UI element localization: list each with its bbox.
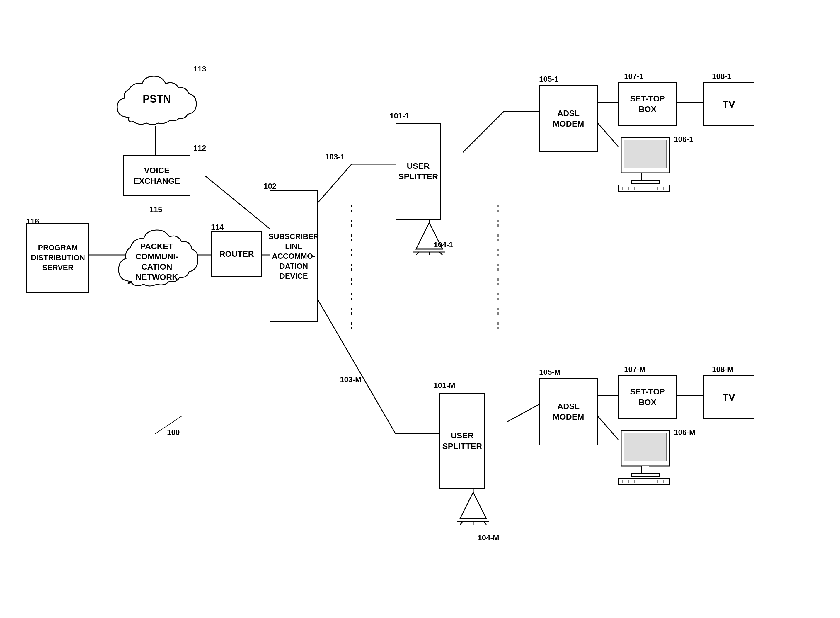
set-top-box-m-label: SET-TOP BOX bbox=[630, 386, 665, 408]
subscriber-line-box: SUBSCRIBER LINE ACCOMMO- DATION DEVICE bbox=[270, 190, 318, 322]
ref-100: 100 bbox=[167, 428, 180, 437]
svg-text:CATION: CATION bbox=[141, 262, 172, 271]
user-splitter-m-label: USER SPLITTER bbox=[442, 431, 482, 452]
set-top-box-m-box: SET-TOP BOX bbox=[618, 375, 677, 419]
svg-line-7 bbox=[310, 287, 396, 434]
ref-103-m: 103-M bbox=[340, 375, 362, 384]
ref-101-m: 101-M bbox=[433, 381, 455, 390]
ref-115: 115 bbox=[150, 205, 162, 214]
ref-101-1: 101-1 bbox=[390, 111, 409, 120]
subscriber-line-label: SUBSCRIBER LINE ACCOMMO- DATION DEVICE bbox=[269, 232, 319, 281]
user-splitter-1-label: USER SPLITTER bbox=[398, 161, 438, 182]
ref-105-m: 105-M bbox=[539, 368, 561, 377]
computer-m bbox=[615, 428, 680, 486]
ref-116: 116 bbox=[27, 217, 39, 226]
adsl-modem-m-label: ADSL MODEM bbox=[552, 401, 584, 423]
tv-m-label: TV bbox=[723, 392, 735, 403]
ref-104-m: 104-M bbox=[478, 533, 499, 542]
set-top-box-1-label: SET-TOP BOX bbox=[630, 94, 665, 115]
svg-rect-66 bbox=[631, 473, 659, 477]
router-box: ROUTER bbox=[211, 232, 262, 277]
svg-text:PACKET: PACKET bbox=[140, 242, 173, 251]
voice-exchange-label: VOICE EXCHANGE bbox=[134, 165, 180, 187]
antenna-m bbox=[454, 489, 492, 524]
adsl-modem-m-box: ADSL MODEM bbox=[539, 378, 598, 446]
svg-marker-76 bbox=[460, 492, 486, 518]
ref-102: 102 bbox=[264, 182, 276, 191]
ref-106-1: 106-1 bbox=[674, 135, 693, 144]
svg-text:COMMUNI-: COMMUNI- bbox=[135, 252, 178, 261]
ref-104-1: 104-1 bbox=[433, 240, 453, 250]
tv-1-box: TV bbox=[703, 82, 754, 126]
svg-rect-46 bbox=[624, 140, 666, 168]
svg-rect-49 bbox=[618, 185, 669, 192]
antenna-1 bbox=[410, 220, 448, 255]
svg-line-15 bbox=[507, 404, 539, 422]
voice-exchange-box: VOICE EXCHANGE bbox=[123, 155, 190, 196]
user-splitter-m-box: USER SPLITTER bbox=[439, 393, 485, 489]
tv-1-label: TV bbox=[723, 98, 735, 110]
ref-108-1: 108-1 bbox=[712, 72, 732, 81]
program-server-label: PROGRAM DISTRIBUTION SERVER bbox=[31, 243, 85, 272]
svg-rect-64 bbox=[624, 433, 666, 461]
adsl-modem-1-label: ADSL MODEM bbox=[552, 108, 584, 129]
set-top-box-1-box: SET-TOP BOX bbox=[618, 82, 677, 126]
ref-112: 112 bbox=[193, 144, 206, 153]
ref-113: 113 bbox=[193, 64, 206, 74]
svg-text:PSTN: PSTN bbox=[143, 93, 171, 105]
ref-107-m: 107-M bbox=[624, 365, 646, 374]
ref-105-1: 105-1 bbox=[539, 75, 559, 84]
svg-line-4 bbox=[205, 176, 270, 229]
tv-m-box: TV bbox=[703, 375, 754, 419]
ref-114: 114 bbox=[211, 223, 224, 232]
ref-108-m: 108-M bbox=[712, 365, 734, 374]
svg-rect-48 bbox=[631, 180, 659, 184]
user-splitter-1-box: USER SPLITTER bbox=[396, 123, 441, 220]
program-distribution-server: PROGRAM DISTRIBUTION SERVER bbox=[27, 223, 89, 293]
router-label: ROUTER bbox=[219, 249, 254, 259]
adsl-modem-1-box: ADSL MODEM bbox=[539, 85, 598, 152]
ref-107-1: 107-1 bbox=[624, 72, 644, 81]
ref-103-1: 103-1 bbox=[325, 152, 345, 162]
svg-text:NETWORK: NETWORK bbox=[136, 272, 178, 282]
svg-line-9 bbox=[463, 111, 504, 152]
svg-rect-65 bbox=[642, 466, 649, 473]
computer-1 bbox=[615, 135, 680, 193]
svg-rect-67 bbox=[618, 478, 669, 485]
ref-106-m: 106-M bbox=[674, 428, 696, 437]
svg-rect-47 bbox=[642, 173, 649, 180]
